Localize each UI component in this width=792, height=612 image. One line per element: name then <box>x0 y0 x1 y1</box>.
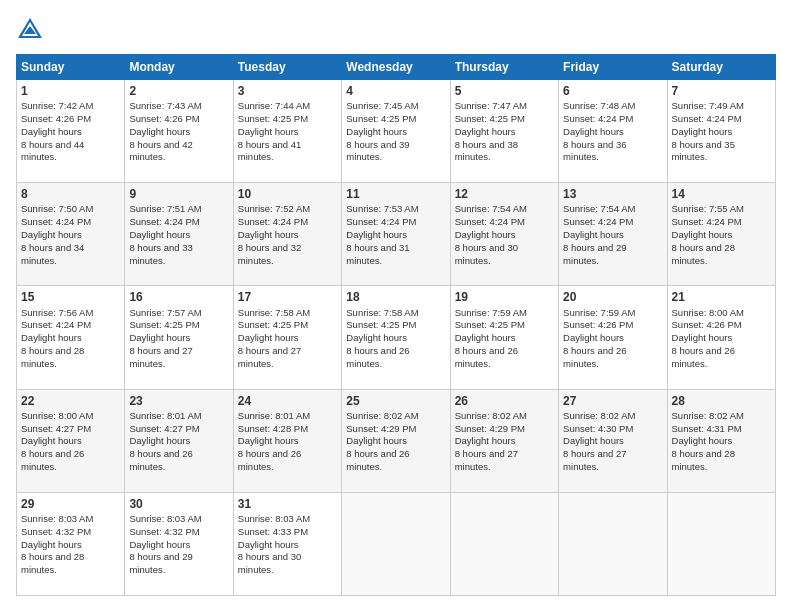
calendar-week-row: 8Sunrise: 7:50 AMSunset: 4:24 PMDaylight… <box>17 183 776 286</box>
daylight-label: Daylight hours <box>672 435 733 446</box>
daylight-label: Daylight hours <box>129 332 190 343</box>
sunrise-label: Sunrise: 7:59 AM <box>455 307 527 318</box>
day-number: 1 <box>21 83 120 99</box>
sunset-label: Sunset: 4:27 PM <box>21 423 91 434</box>
sunset-label: Sunset: 4:24 PM <box>346 216 416 227</box>
day-number: 9 <box>129 186 228 202</box>
daylight-label: Daylight hours <box>672 332 733 343</box>
day-number: 6 <box>563 83 662 99</box>
daylight-label: Daylight hours <box>455 435 516 446</box>
sunrise-label: Sunrise: 8:02 AM <box>346 410 418 421</box>
calendar-week-row: 1Sunrise: 7:42 AMSunset: 4:26 PMDaylight… <box>17 80 776 183</box>
sunrise-label: Sunrise: 7:53 AM <box>346 203 418 214</box>
daylight-value: 8 hours and 30 minutes. <box>455 242 518 266</box>
daylight-value: 8 hours and 27 minutes. <box>455 448 518 472</box>
daylight-value: 8 hours and 31 minutes. <box>346 242 409 266</box>
daylight-label: Daylight hours <box>672 126 733 137</box>
day-number: 19 <box>455 289 554 305</box>
sunrise-label: Sunrise: 8:02 AM <box>455 410 527 421</box>
daylight-label: Daylight hours <box>563 126 624 137</box>
day-number: 14 <box>672 186 771 202</box>
day-number: 13 <box>563 186 662 202</box>
daylight-label: Daylight hours <box>238 126 299 137</box>
sunset-label: Sunset: 4:27 PM <box>129 423 199 434</box>
daylight-value: 8 hours and 39 minutes. <box>346 139 409 163</box>
sunset-label: Sunset: 4:24 PM <box>455 216 525 227</box>
day-number: 2 <box>129 83 228 99</box>
weekday-header-saturday: Saturday <box>667 55 775 80</box>
calendar-cell: 9Sunrise: 7:51 AMSunset: 4:24 PMDaylight… <box>125 183 233 286</box>
sunrise-label: Sunrise: 8:01 AM <box>238 410 310 421</box>
sunset-label: Sunset: 4:25 PM <box>346 113 416 124</box>
sunrise-label: Sunrise: 7:44 AM <box>238 100 310 111</box>
daylight-value: 8 hours and 29 minutes. <box>563 242 626 266</box>
day-number: 22 <box>21 393 120 409</box>
sunrise-label: Sunrise: 8:03 AM <box>21 513 93 524</box>
weekday-header-wednesday: Wednesday <box>342 55 450 80</box>
daylight-value: 8 hours and 26 minutes. <box>455 345 518 369</box>
day-number: 16 <box>129 289 228 305</box>
sunset-label: Sunset: 4:32 PM <box>129 526 199 537</box>
day-number: 12 <box>455 186 554 202</box>
sunset-label: Sunset: 4:25 PM <box>455 113 525 124</box>
daylight-value: 8 hours and 26 minutes. <box>238 448 301 472</box>
calendar-cell: 14Sunrise: 7:55 AMSunset: 4:24 PMDayligh… <box>667 183 775 286</box>
sunset-label: Sunset: 4:31 PM <box>672 423 742 434</box>
daylight-value: 8 hours and 44 minutes. <box>21 139 84 163</box>
sunset-label: Sunset: 4:24 PM <box>21 319 91 330</box>
day-number: 18 <box>346 289 445 305</box>
sunrise-label: Sunrise: 8:00 AM <box>672 307 744 318</box>
calendar-cell: 11Sunrise: 7:53 AMSunset: 4:24 PMDayligh… <box>342 183 450 286</box>
day-number: 3 <box>238 83 337 99</box>
logo-icon <box>16 16 44 44</box>
weekday-header-monday: Monday <box>125 55 233 80</box>
daylight-label: Daylight hours <box>129 539 190 550</box>
day-number: 28 <box>672 393 771 409</box>
calendar-cell: 31Sunrise: 8:03 AMSunset: 4:33 PMDayligh… <box>233 492 341 595</box>
calendar-cell: 1Sunrise: 7:42 AMSunset: 4:26 PMDaylight… <box>17 80 125 183</box>
daylight-label: Daylight hours <box>346 229 407 240</box>
sunset-label: Sunset: 4:25 PM <box>346 319 416 330</box>
daylight-label: Daylight hours <box>346 435 407 446</box>
calendar-cell <box>342 492 450 595</box>
sunrise-label: Sunrise: 7:56 AM <box>21 307 93 318</box>
calendar-cell: 22Sunrise: 8:00 AMSunset: 4:27 PMDayligh… <box>17 389 125 492</box>
daylight-label: Daylight hours <box>21 332 82 343</box>
calendar-cell: 5Sunrise: 7:47 AMSunset: 4:25 PMDaylight… <box>450 80 558 183</box>
day-number: 5 <box>455 83 554 99</box>
day-number: 10 <box>238 186 337 202</box>
daylight-value: 8 hours and 33 minutes. <box>129 242 192 266</box>
sunset-label: Sunset: 4:26 PM <box>129 113 199 124</box>
daylight-value: 8 hours and 28 minutes. <box>21 345 84 369</box>
daylight-value: 8 hours and 28 minutes. <box>21 551 84 575</box>
sunrise-label: Sunrise: 7:47 AM <box>455 100 527 111</box>
weekday-header-tuesday: Tuesday <box>233 55 341 80</box>
sunset-label: Sunset: 4:25 PM <box>238 319 308 330</box>
daylight-label: Daylight hours <box>238 539 299 550</box>
calendar-cell: 19Sunrise: 7:59 AMSunset: 4:25 PMDayligh… <box>450 286 558 389</box>
sunrise-label: Sunrise: 7:58 AM <box>346 307 418 318</box>
calendar-cell: 29Sunrise: 8:03 AMSunset: 4:32 PMDayligh… <box>17 492 125 595</box>
sunset-label: Sunset: 4:32 PM <box>21 526 91 537</box>
calendar-week-row: 15Sunrise: 7:56 AMSunset: 4:24 PMDayligh… <box>17 286 776 389</box>
day-number: 4 <box>346 83 445 99</box>
day-number: 30 <box>129 496 228 512</box>
calendar-cell: 24Sunrise: 8:01 AMSunset: 4:28 PMDayligh… <box>233 389 341 492</box>
calendar-cell: 28Sunrise: 8:02 AMSunset: 4:31 PMDayligh… <box>667 389 775 492</box>
calendar-cell: 2Sunrise: 7:43 AMSunset: 4:26 PMDaylight… <box>125 80 233 183</box>
daylight-label: Daylight hours <box>129 126 190 137</box>
calendar-cell: 12Sunrise: 7:54 AMSunset: 4:24 PMDayligh… <box>450 183 558 286</box>
sunset-label: Sunset: 4:33 PM <box>238 526 308 537</box>
day-number: 29 <box>21 496 120 512</box>
sunrise-label: Sunrise: 8:03 AM <box>129 513 201 524</box>
daylight-value: 8 hours and 26 minutes. <box>563 345 626 369</box>
day-number: 11 <box>346 186 445 202</box>
daylight-value: 8 hours and 28 minutes. <box>672 242 735 266</box>
daylight-label: Daylight hours <box>455 332 516 343</box>
daylight-label: Daylight hours <box>21 126 82 137</box>
daylight-value: 8 hours and 29 minutes. <box>129 551 192 575</box>
day-number: 25 <box>346 393 445 409</box>
daylight-value: 8 hours and 28 minutes. <box>672 448 735 472</box>
daylight-value: 8 hours and 26 minutes. <box>346 345 409 369</box>
daylight-label: Daylight hours <box>455 126 516 137</box>
